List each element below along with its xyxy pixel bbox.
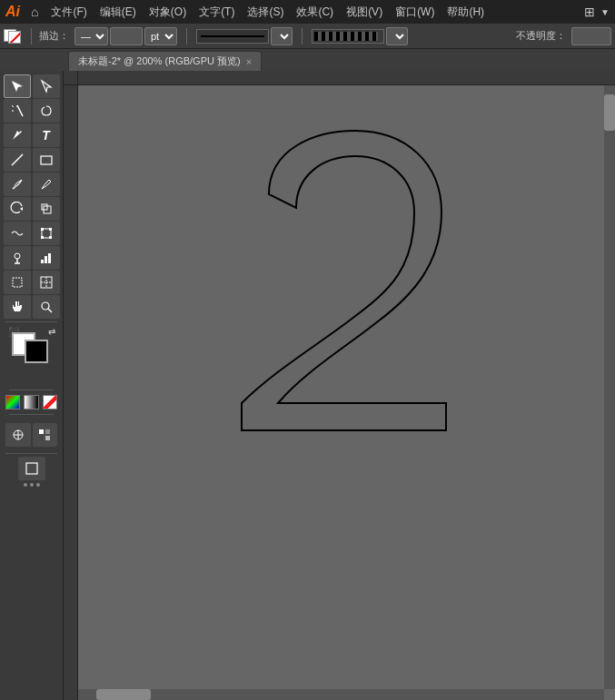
menu-effects[interactable]: 效果(C) (291, 3, 339, 22)
tool-divider-1 (5, 321, 57, 322)
canvas-area (64, 71, 615, 700)
workspace-switcher-icon[interactable]: ⊞ (584, 5, 595, 19)
menu-file[interactable]: 文件(F) (45, 3, 92, 22)
svg-rect-5 (41, 156, 52, 164)
vertical-scrollbar[interactable] (604, 85, 615, 689)
main-layout: T (0, 71, 615, 700)
vertical-scrollbar-thumb[interactable] (604, 94, 615, 131)
svg-rect-31 (26, 463, 37, 474)
stroke-end-select[interactable]: ▼ (386, 27, 408, 45)
text-tool-btn[interactable]: T (33, 123, 60, 147)
home-icon[interactable]: ⌂ (31, 5, 38, 19)
svg-rect-16 (45, 256, 47, 263)
svg-rect-18 (13, 278, 22, 287)
column-chart-tool-btn[interactable] (33, 246, 60, 270)
canvas-with-ruler (64, 85, 615, 700)
svg-rect-12 (41, 236, 44, 239)
vertical-ruler (64, 85, 78, 700)
svg-rect-11 (49, 228, 52, 231)
svg-rect-29 (39, 436, 44, 440)
stroke-type-select[interactable]: — (74, 27, 108, 45)
free-transform-tool-btn[interactable] (33, 222, 60, 245)
svg-rect-27 (39, 429, 44, 434)
svg-rect-15 (41, 260, 44, 263)
selection-tool-btn[interactable] (4, 74, 31, 98)
svg-line-4 (12, 154, 23, 165)
hand-tool-btn[interactable] (4, 295, 31, 319)
opacity-label: 不透明度： (512, 29, 570, 43)
svg-rect-30 (45, 436, 50, 440)
line-tool-btn[interactable] (4, 148, 31, 172)
svg-line-0 (17, 105, 23, 116)
svg-rect-8 (42, 204, 47, 210)
svg-line-1 (12, 105, 14, 107)
layers-panel-btn[interactable] (18, 457, 45, 480)
tool-divider-2 (9, 414, 54, 415)
menu-window[interactable]: 窗口(W) (390, 3, 440, 22)
tab-title: 未标题-2* @ 200% (RGB/GPU 预览) (78, 54, 241, 68)
swatches-btn[interactable] (33, 423, 58, 447)
symbol-sprayer-tool-btn[interactable] (4, 246, 31, 270)
none-color-btn[interactable] (43, 395, 57, 409)
pen-tool-btn[interactable] (4, 123, 31, 147)
menu-select[interactable]: 选择(S) (242, 3, 289, 22)
title-bar: Ai ⌂ 文件(F) 编辑(E) 对象(O) 文字(T) 选择(S) 效果(C)… (0, 0, 615, 24)
horizontal-scrollbar[interactable] (78, 689, 604, 700)
svg-point-14 (15, 253, 20, 259)
menu-view[interactable]: 视图(V) (341, 3, 388, 22)
pencil-tool-btn[interactable] (33, 173, 60, 196)
menu-text[interactable]: 文字(T) (193, 3, 240, 22)
ruler-corner (64, 71, 78, 85)
stroke-style-preview (196, 29, 269, 44)
document-canvas[interactable] (78, 85, 615, 700)
artwork-canvas (214, 122, 469, 576)
document-tab[interactable]: 未标题-2* @ 200% (RGB/GPU 预览) × (68, 51, 262, 71)
rect-tool-btn[interactable] (33, 148, 60, 172)
color-mode-row (5, 395, 57, 409)
menu-object[interactable]: 对象(O) (144, 3, 192, 22)
tools-panel: T (0, 71, 64, 700)
stroke-weight-input[interactable]: 1 pt (110, 27, 143, 45)
horizontal-scrollbar-thumb[interactable] (96, 689, 151, 700)
color-guide-btn[interactable] (5, 423, 31, 447)
toolbar-fill-stroke[interactable] (4, 27, 24, 45)
svg-marker-6 (20, 207, 23, 211)
menu-help[interactable]: 帮助(H) (441, 3, 490, 22)
menu-bar: 文件(F) 编辑(E) 对象(O) 文字(T) 选择(S) 效果(C) 视图(V… (45, 3, 490, 22)
gradient-btn[interactable] (24, 395, 38, 409)
zoom-tool-btn[interactable] (33, 295, 60, 319)
opacity-section: 不透明度： 100% (512, 27, 611, 45)
workspace-dropdown-icon[interactable]: ▼ (600, 7, 610, 17)
svg-rect-10 (41, 228, 44, 231)
svg-line-23 (48, 309, 52, 312)
rotate-tool-btn[interactable] (4, 197, 31, 221)
stroke-color-box[interactable] (25, 340, 48, 363)
more-tools-dots[interactable] (2, 481, 61, 488)
solid-color-btn[interactable] (5, 395, 20, 409)
opacity-input[interactable]: 100% (571, 27, 611, 45)
svg-rect-17 (48, 253, 51, 263)
menu-edit[interactable]: 编辑(E) (94, 3, 142, 22)
stroke-unit-select[interactable]: pt (144, 27, 177, 45)
stroke-align-select[interactable]: ▼ (271, 27, 293, 45)
toolbar: 描边： — 1 pt pt ▼ ▼ 不透明度： 100% (0, 24, 615, 49)
tab-close-button[interactable]: × (246, 56, 252, 67)
warp-tool-btn[interactable] (4, 222, 31, 245)
stroke-label: 描边： (35, 29, 73, 43)
slice-tool-btn[interactable] (33, 271, 60, 294)
swap-colors-icon[interactable]: ⇄ (48, 327, 55, 337)
brush-tool-btn[interactable] (4, 173, 31, 196)
lasso-tool-btn[interactable] (33, 99, 60, 123)
stroke-dropdown[interactable]: — (74, 27, 108, 45)
tool-divider-3 (5, 453, 57, 454)
artboard-tool-btn[interactable] (4, 271, 31, 294)
magic-wand-tool-btn[interactable] (4, 99, 31, 123)
scale-tool-btn[interactable] (33, 197, 60, 221)
app-logo: Ai (5, 4, 20, 20)
stroke-pattern-preview (312, 29, 384, 44)
tab-bar: 未标题-2* @ 200% (RGB/GPU 预览) × (0, 49, 615, 71)
svg-rect-13 (49, 236, 52, 239)
direct-selection-tool-btn[interactable] (33, 74, 60, 98)
svg-point-22 (42, 302, 49, 310)
fill-stroke-container[interactable]: ⬛ ⇄ (12, 330, 52, 367)
